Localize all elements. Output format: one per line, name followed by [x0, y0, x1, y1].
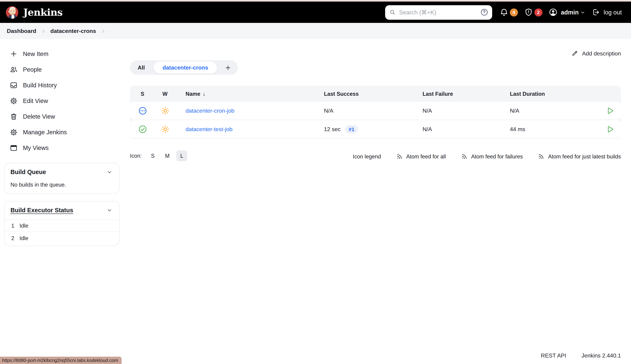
add-description-button[interactable]: Add description: [572, 50, 621, 57]
column-status[interactable]: S: [130, 91, 155, 97]
build-executor-title[interactable]: Build Executor Status: [11, 207, 73, 214]
play-icon: [605, 106, 614, 115]
notifications-button[interactable]: 4: [499, 8, 518, 17]
view-content: Add description All datacenter-crons S W…: [130, 39, 631, 364]
search-help-icon[interactable]: [480, 8, 488, 16]
header-actions: 4 2 admin: [499, 8, 622, 17]
last-success-value: N/A: [324, 107, 423, 114]
icon-size-medium[interactable]: M: [162, 150, 173, 161]
sort-descending-icon: ↓: [203, 91, 205, 97]
build-history-icon: [10, 81, 18, 89]
job-link[interactable]: datacenter-cron-job: [185, 107, 234, 114]
sidebar-item-label: Build History: [23, 82, 57, 88]
tab-datacenter-crons[interactable]: datacenter-crons: [154, 62, 217, 74]
chevron-down-icon: [580, 10, 585, 15]
tab-all[interactable]: All: [130, 60, 153, 75]
executor-row[interactable]: 2 Idle: [5, 232, 119, 244]
column-last-failure[interactable]: Last Failure: [423, 91, 510, 97]
add-description-label: Add description: [582, 50, 621, 56]
column-name[interactable]: Name ↓: [175, 91, 324, 97]
rss-icon: [538, 153, 544, 160]
rss-icon: [461, 153, 468, 160]
icon-legend-label: Icon legend: [353, 154, 381, 160]
executor-row[interactable]: 1 Idle: [5, 220, 119, 232]
breadcrumb-dashboard[interactable]: Dashboard: [7, 28, 36, 34]
weather-sunny-icon[interactable]: [160, 106, 170, 115]
atom-feed-latest-link[interactable]: Atom feed for just latest builds: [538, 153, 621, 160]
rss-icon: [396, 153, 403, 160]
status-success-icon[interactable]: [138, 124, 147, 134]
security-warnings-button[interactable]: 2: [524, 8, 542, 17]
weather-sunny-icon[interactable]: [160, 124, 170, 134]
sidebar-item-label: People: [23, 66, 42, 73]
sidebar-item-new-item[interactable]: New Item: [0, 46, 130, 62]
job-link[interactable]: datacenter-test-job: [185, 126, 232, 132]
chevron-down-icon[interactable]: [106, 207, 113, 213]
icon-size-large[interactable]: L: [176, 150, 187, 161]
last-duration-value: 44 ms: [510, 126, 598, 132]
sidebar-item-label: Delete View: [23, 113, 55, 120]
atom-feed-label: Atom feed for failures: [471, 154, 523, 160]
jenkins-version-link[interactable]: Jenkins 2.440.1: [581, 352, 621, 359]
sidebar-tasks: New Item People Build History: [0, 46, 130, 156]
sidebar-item-manage-jenkins[interactable]: Manage Jenkins: [0, 124, 130, 140]
build-queue-title[interactable]: Build Queue: [11, 168, 46, 175]
chevron-right-icon: [40, 28, 46, 34]
last-failure-value: N/A: [423, 126, 510, 132]
chevron-down-icon[interactable]: [106, 168, 113, 175]
table-footer-row: Icon: S M L Icon legend Atom feed for a: [130, 150, 621, 162]
sidebar-item-edit-view[interactable]: Edit View: [0, 93, 130, 108]
column-last-success[interactable]: Last Success: [324, 91, 423, 97]
sidebar-item-people[interactable]: People: [0, 62, 130, 77]
sidebar-item-my-views[interactable]: My Views: [0, 140, 130, 156]
last-success-value: 12 sec: [324, 126, 341, 132]
sidebar-item-delete-view[interactable]: Delete View: [0, 108, 130, 124]
last-failure-value: N/A: [423, 107, 510, 114]
jenkins-home-link[interactable]: Jenkins: [5, 5, 62, 20]
plus-icon: [10, 50, 18, 58]
sidebar: New Item People Build History: [0, 39, 130, 364]
search-input[interactable]: [399, 9, 480, 16]
search-box[interactable]: [385, 5, 492, 20]
plus-icon: [225, 64, 232, 71]
sidebar-item-label: Edit View: [23, 97, 48, 104]
icon-legend-link[interactable]: Icon legend: [353, 154, 381, 160]
jenkins-app: Jenkins 4: [0, 0, 631, 364]
executor-list: 1 Idle 2 Idle: [5, 220, 119, 244]
executor-number: 1: [11, 223, 14, 229]
run-job-button[interactable]: [605, 106, 614, 115]
user-avatar-icon: [548, 8, 558, 17]
new-view-tab-button[interactable]: [218, 60, 238, 75]
atom-feed-failures-link[interactable]: Atom feed for failures: [461, 153, 523, 160]
status-never-built-icon[interactable]: [138, 106, 147, 115]
sidebar-item-build-history[interactable]: Build History: [0, 77, 130, 93]
notifications-count-badge: 4: [510, 8, 518, 16]
gear-icon: [10, 97, 18, 105]
build-queue-empty-text: No builds in the queue.: [5, 178, 119, 194]
column-weather[interactable]: W: [155, 91, 175, 97]
user-name: admin: [561, 9, 579, 16]
atom-feed-all-link[interactable]: Atom feed for all: [396, 153, 446, 160]
user-menu[interactable]: admin: [548, 8, 585, 17]
gear-icon: [10, 128, 18, 136]
window-icon: [10, 144, 18, 152]
logout-button[interactable]: log out: [591, 8, 622, 16]
rest-api-link[interactable]: REST API: [541, 352, 566, 359]
sidebar-item-label: Manage Jenkins: [23, 129, 67, 136]
breadcrumb-view[interactable]: datacenter-crons: [50, 28, 96, 34]
build-number-badge[interactable]: #1: [345, 125, 358, 133]
security-count-badge: 2: [534, 8, 542, 16]
chevron-right-icon: [100, 28, 106, 34]
column-last-duration[interactable]: Last Duration: [510, 91, 598, 97]
breadcrumb: Dashboard datacenter-crons: [0, 23, 631, 39]
icon-size-control: Icon: S M L: [130, 150, 187, 161]
atom-feed-label: Atom feed for all: [406, 154, 446, 160]
build-executor-panel: Build Executor Status 1 Idle 2 Idle: [4, 201, 120, 246]
atom-feed-label: Atom feed for just latest builds: [548, 154, 621, 160]
logout-label: log out: [604, 9, 622, 16]
status-bar-url: https://8080-port-m2klbcng2nq55cni.labs.…: [0, 356, 122, 364]
jenkins-butler-logo: [5, 5, 19, 20]
run-job-button[interactable]: [605, 125, 614, 133]
executor-state: Idle: [20, 223, 28, 229]
icon-size-small[interactable]: S: [147, 150, 158, 161]
